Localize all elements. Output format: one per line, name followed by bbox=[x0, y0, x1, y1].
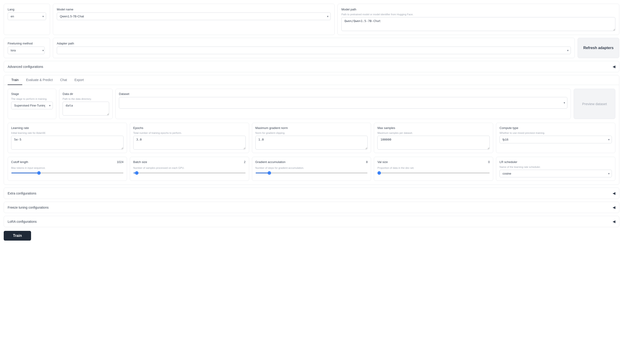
gradient-accumulation-header: Gradient accumulation 8 bbox=[255, 160, 368, 164]
refresh-adapters-button[interactable]: Refresh adapters bbox=[578, 38, 619, 58]
max-grad-norm-card: Maximum gradient norm Norm for gradient … bbox=[252, 123, 371, 153]
lr-scheduler-card: LR scheduler Name of the learning rate s… bbox=[496, 157, 615, 181]
tab-chat[interactable]: Chat bbox=[57, 75, 71, 85]
lang-select[interactable]: en zh bbox=[8, 13, 46, 20]
lora-configurations-icon: ◀ bbox=[613, 219, 615, 224]
lr-scheduler-field-group: LR scheduler Name of the learning rate s… bbox=[499, 160, 612, 177]
tabs-section: Train Evaluate & Predict Chat Export Sta… bbox=[4, 75, 619, 185]
batch-size-label: Batch size bbox=[133, 160, 147, 164]
page-container: Lang en zh Model name Qwen1.5-7B-Chat Qw… bbox=[0, 0, 623, 244]
dataset-field-group: Dataset bbox=[119, 92, 567, 109]
compute-type-desc: Whether to use mixed precision training. bbox=[499, 132, 612, 134]
stage-label: Stage bbox=[11, 92, 53, 96]
model-path-field-group: Model path Path to pretrained model or m… bbox=[341, 8, 615, 31]
freeze-tuning-bar[interactable]: Freeze tuning configurations ◀ bbox=[4, 202, 619, 213]
tabs-content: Stage The stage to perform in training. … bbox=[4, 85, 619, 184]
dataset-card: Dataset bbox=[115, 89, 571, 119]
model-path-card: Model path Path to pretrained model or m… bbox=[337, 4, 619, 35]
lora-configurations-bar[interactable]: LoRA configurations ◀ bbox=[4, 216, 619, 227]
datadir-textarea[interactable] bbox=[63, 102, 109, 116]
gradient-accumulation-card: Gradient accumulation 8 Number of steps … bbox=[252, 157, 371, 181]
cutoff-length-header: Cutoff length 1024 bbox=[11, 160, 124, 164]
extra-configurations-label: Extra configurations bbox=[8, 191, 36, 195]
train-button-container: Train bbox=[4, 231, 619, 241]
epochs-input[interactable] bbox=[133, 136, 246, 150]
finetuning-select[interactable]: lora full freeze bbox=[8, 46, 45, 54]
max-samples-input[interactable] bbox=[377, 136, 490, 150]
lr-scheduler-select[interactable]: cosine linear constant polynomial bbox=[499, 170, 612, 177]
epochs-label: Epochs bbox=[133, 126, 246, 130]
batch-size-desc: Number of samples processed on each GPU. bbox=[133, 166, 246, 169]
extra-configurations-bar[interactable]: Extra configurations ◀ bbox=[4, 188, 619, 199]
max-samples-field-group: Max samples Maximum samples per dataset. bbox=[377, 126, 490, 150]
batch-size-header: Batch size 2 bbox=[133, 160, 246, 164]
sliders-row: Cutoff length 1024 Max tokens in input s… bbox=[8, 157, 615, 181]
max-grad-norm-input[interactable] bbox=[255, 136, 368, 150]
model-name-select[interactable]: Qwen1.5-7B-Chat Qwen1.5-14B-Chat LLaMA-2… bbox=[57, 13, 331, 20]
cutoff-length-slider[interactable] bbox=[11, 173, 124, 173]
learning-rate-label: Learning rate bbox=[11, 126, 124, 130]
tab-train[interactable]: Train bbox=[8, 75, 22, 85]
compute-type-label: Compute type bbox=[499, 126, 612, 130]
model-name-select-wrapper: Qwen1.5-7B-Chat Qwen1.5-14B-Chat LLaMA-2… bbox=[57, 13, 331, 20]
advanced-configurations-bar[interactable]: Advanced configurations ◀ bbox=[4, 61, 619, 72]
stage-desc: The stage to perform in training. bbox=[11, 98, 53, 100]
stage-select[interactable]: Supervised Fine-Tuning Reward Modeling P… bbox=[11, 102, 53, 109]
epochs-desc: Total number of training epochs to perfo… bbox=[133, 132, 246, 134]
model-name-card: Model name Qwen1.5-7B-Chat Qwen1.5-14B-C… bbox=[53, 4, 335, 35]
adapter-field-group: Adapter path bbox=[57, 42, 571, 54]
learning-rate-card: Learning rate Initial learning rate for … bbox=[8, 123, 127, 153]
lang-select-wrapper: en zh bbox=[8, 13, 46, 20]
tab-evaluate[interactable]: Evaluate & Predict bbox=[22, 75, 56, 85]
lr-scheduler-label: LR scheduler bbox=[499, 160, 612, 164]
compute-type-select[interactable]: fp16 bf16 fp32 bbox=[499, 136, 612, 143]
max-samples-label: Max samples bbox=[377, 126, 490, 130]
second-row: Finetuning method lora full freeze Adapt… bbox=[4, 38, 619, 58]
epochs-field-group: Epochs Total number of training epochs t… bbox=[133, 126, 246, 150]
adapter-path-select[interactable] bbox=[57, 46, 571, 54]
learning-rate-desc: Initial learning rate for AdamW. bbox=[11, 132, 124, 134]
advanced-configurations-label: Advanced configurations bbox=[8, 65, 43, 69]
batch-size-slider[interactable] bbox=[133, 173, 246, 173]
learning-rate-field-group: Learning rate Initial learning rate for … bbox=[11, 126, 124, 150]
cutoff-length-field-group: Cutoff length 1024 Max tokens in input s… bbox=[11, 160, 124, 173]
finetuning-label: Finetuning method bbox=[8, 42, 46, 45]
model-name-field-group: Model name Qwen1.5-7B-Chat Qwen1.5-14B-C… bbox=[57, 8, 331, 20]
train-button[interactable]: Train bbox=[4, 231, 31, 241]
stage-card: Stage The stage to perform in training. … bbox=[8, 89, 56, 119]
preview-dataset-label: Preview dataset bbox=[582, 102, 607, 106]
gradient-accumulation-slider[interactable] bbox=[255, 173, 368, 173]
preview-dataset-button[interactable]: Preview dataset bbox=[574, 89, 615, 119]
batch-size-field-group: Batch size 2 Number of samples processed… bbox=[133, 160, 246, 173]
gradient-accumulation-desc: Number of steps for gradient accumulatio… bbox=[255, 166, 368, 169]
tab-export[interactable]: Export bbox=[71, 75, 87, 85]
val-size-value: 0 bbox=[488, 160, 490, 164]
batch-size-value: 2 bbox=[244, 160, 245, 164]
top-row: Lang en zh Model name Qwen1.5-7B-Chat Qw… bbox=[4, 4, 619, 35]
stage-field-group: Stage The stage to perform in training. … bbox=[11, 92, 53, 109]
lr-scheduler-select-wrapper: cosine linear constant polynomial bbox=[499, 170, 612, 177]
adapter-path-label: Adapter path bbox=[57, 42, 571, 45]
val-size-slider[interactable] bbox=[377, 173, 490, 173]
gradient-accumulation-field-group: Gradient accumulation 8 Number of steps … bbox=[255, 160, 368, 173]
tabs-bar: Train Evaluate & Predict Chat Export bbox=[4, 75, 619, 85]
stage-select-wrapper: Supervised Fine-Tuning Reward Modeling P… bbox=[11, 102, 53, 109]
compute-type-field-group: Compute type Whether to use mixed precis… bbox=[499, 126, 612, 143]
gradient-accumulation-value: 8 bbox=[366, 160, 368, 164]
model-name-label: Model name bbox=[57, 8, 331, 11]
finetuning-select-wrapper: lora full freeze bbox=[8, 46, 46, 54]
compute-type-card: Compute type Whether to use mixed precis… bbox=[496, 123, 615, 153]
dataset-select[interactable] bbox=[119, 97, 567, 109]
val-size-card: Val size 0 Proportion of data in the dev… bbox=[374, 157, 493, 181]
datadir-card: Data dir Path to the data directory. bbox=[59, 89, 113, 119]
val-size-label: Val size bbox=[377, 160, 388, 164]
datadir-desc: Path to the data directory. bbox=[63, 98, 109, 100]
val-size-desc: Proportion of data in the dev set. bbox=[377, 166, 490, 169]
learning-rate-input[interactable] bbox=[11, 136, 124, 150]
model-path-textarea[interactable] bbox=[341, 17, 615, 31]
finetuning-field-group: Finetuning method lora full freeze bbox=[8, 42, 46, 54]
max-samples-desc: Maximum samples per dataset. bbox=[377, 132, 490, 134]
max-grad-norm-label: Maximum gradient norm bbox=[255, 126, 368, 130]
max-grad-norm-desc: Norm for gradient clipping. bbox=[255, 132, 368, 134]
lang-label: Lang bbox=[8, 8, 46, 11]
